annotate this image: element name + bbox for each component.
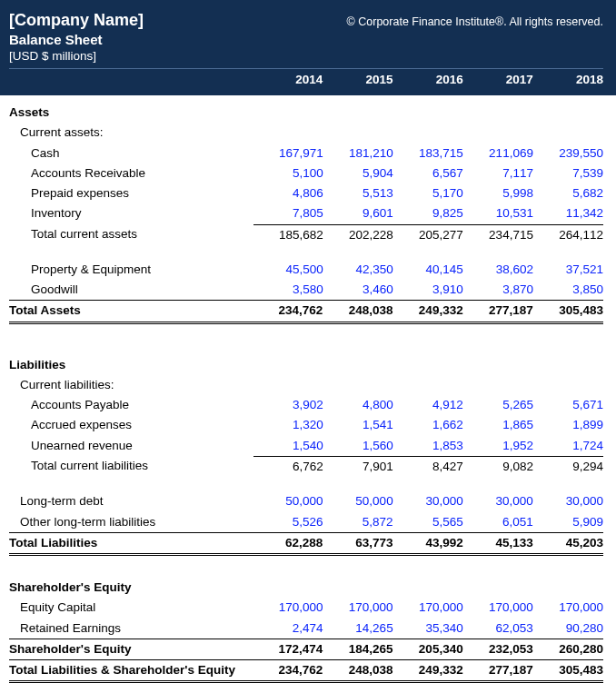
- row-retained: Retained Earnings 2,474 14,265 35,340 62…: [9, 619, 603, 639]
- cell: 37,521: [533, 260, 603, 280]
- row-prepaid: Prepaid expenses 4,806 5,513 5,170 5,998…: [9, 183, 603, 203]
- row-ap: Accounts Payable 3,902 4,800 4,912 5,265…: [9, 395, 603, 415]
- cell: 14,265: [323, 619, 393, 639]
- cell: 170,000: [463, 598, 533, 618]
- cell: 305,483: [533, 300, 603, 323]
- cell: 1,541: [323, 415, 393, 435]
- cell: 90,280: [533, 619, 603, 639]
- current-assets-heading: Current assets:: [9, 123, 603, 143]
- units-label: [USD $ millions]: [9, 49, 603, 63]
- cell: 248,038: [323, 659, 392, 683]
- row-label: Prepaid expenses: [9, 183, 253, 203]
- cell: 9,082: [463, 456, 533, 477]
- cell: 45,203: [533, 532, 603, 556]
- cell: 62,288: [253, 532, 323, 556]
- cell: 3,910: [393, 280, 463, 300]
- row-label: Accounts Receivable: [9, 163, 253, 183]
- year-col: 2018: [533, 73, 603, 86]
- cell: 2,474: [253, 619, 323, 639]
- row-total-le: Total Liabilities & Shareholder's Equity…: [9, 659, 603, 683]
- row-label: Total Assets: [9, 300, 253, 323]
- row-label: Shareholder's Equity: [9, 639, 253, 659]
- cell: 183,715: [393, 144, 463, 163]
- sheet-title: Balance Sheet: [9, 32, 603, 47]
- cell: 277,187: [463, 300, 533, 323]
- cell: 181,210: [323, 144, 393, 163]
- cell: 4,806: [253, 183, 323, 203]
- cell: 170,000: [253, 598, 323, 618]
- cell: 170,000: [533, 598, 603, 618]
- cell: 8,427: [393, 456, 463, 477]
- cell: 50,000: [323, 491, 393, 511]
- row-label: Accrued expenses: [9, 415, 253, 435]
- copyright: © Corporate Finance Institute®. All righ…: [347, 15, 603, 28]
- row-label: Accounts Payable: [9, 395, 253, 415]
- cell: 3,580: [253, 280, 323, 300]
- cell: 30,000: [393, 491, 463, 511]
- row-unearned: Unearned revenue 1,540 1,560 1,853 1,952…: [9, 436, 603, 456]
- cell: 9,825: [393, 203, 463, 223]
- cell: 3,870: [463, 280, 533, 300]
- row-ar: Accounts Receivable 5,100 5,904 6,567 7,…: [9, 163, 603, 183]
- cell: 43,992: [393, 532, 463, 556]
- cell: 5,526: [253, 512, 323, 532]
- header: [Company Name] © Corporate Finance Insti…: [0, 0, 616, 95]
- cell: 1,865: [463, 415, 533, 435]
- cell: 4,800: [323, 395, 393, 415]
- cell: 35,340: [393, 619, 463, 639]
- cell: 62,053: [463, 619, 533, 639]
- cell: 11,342: [533, 203, 603, 223]
- cell: 264,112: [533, 224, 603, 245]
- cell: 5,872: [323, 512, 393, 532]
- cell: 1,320: [253, 415, 323, 435]
- cell: 277,187: [463, 659, 533, 683]
- cell: 9,294: [533, 456, 603, 477]
- cell: 30,000: [463, 491, 533, 511]
- row-total-equity: Shareholder's Equity 172,474 184,265 205…: [9, 639, 603, 659]
- company-name: [Company Name]: [9, 11, 144, 30]
- cell: 5,170: [393, 183, 463, 203]
- year-col: 2014: [253, 73, 323, 86]
- cell: 305,483: [533, 659, 603, 683]
- year-header-row: 2014 2015 2016 2017 2018: [9, 68, 603, 86]
- cell: 5,265: [463, 395, 533, 415]
- row-total-assets: Total Assets 234,762 248,038 249,332 277…: [9, 300, 603, 323]
- year-col: 2017: [463, 73, 533, 86]
- cell: 7,901: [323, 456, 393, 477]
- cell: 1,662: [393, 415, 463, 435]
- row-label: Inventory: [9, 203, 253, 223]
- cell: 5,682: [533, 183, 603, 203]
- cell: 239,550: [533, 144, 603, 163]
- cell: 3,850: [533, 280, 603, 300]
- cell: 10,531: [463, 203, 533, 223]
- cell: 205,340: [393, 639, 463, 659]
- cell: 5,904: [323, 163, 393, 183]
- cell: 6,567: [393, 163, 463, 183]
- cell: 6,051: [463, 512, 533, 532]
- cell: 9,601: [323, 203, 393, 223]
- cell: 3,902: [253, 395, 323, 415]
- cell: 5,565: [393, 512, 463, 532]
- current-liabilities-heading: Current liabilities:: [9, 375, 603, 395]
- row-inventory: Inventory 7,805 9,601 9,825 10,531 11,34…: [9, 203, 603, 223]
- row-label: Cash: [9, 144, 253, 163]
- row-label: Total current liabilities: [9, 456, 253, 477]
- cell: 5,998: [463, 183, 533, 203]
- cell: 211,069: [463, 144, 533, 163]
- cell: 185,682: [253, 224, 323, 245]
- balance-sheet-body: Assets Current assets: Cash 167,971 181,…: [0, 95, 616, 693]
- row-cash: Cash 167,971 181,210 183,715 211,069 239…: [9, 144, 603, 163]
- cell: 4,912: [393, 395, 463, 415]
- row-label: Equity Capital: [9, 598, 253, 618]
- row-label: Goodwill: [9, 280, 253, 300]
- row-goodwill: Goodwill 3,580 3,460 3,910 3,870 3,850: [9, 280, 603, 300]
- cell: 170,000: [393, 598, 463, 618]
- liabilities-heading: Liabilities: [9, 355, 603, 375]
- row-total-liabilities: Total Liabilities 62,288 63,773 43,992 4…: [9, 532, 603, 556]
- cell: 184,265: [323, 639, 392, 659]
- cell: 50,000: [253, 491, 323, 511]
- cell: 1,952: [463, 436, 533, 456]
- assets-heading: Assets: [9, 103, 603, 123]
- cell: 40,145: [393, 260, 463, 280]
- cell: 1,724: [533, 436, 603, 456]
